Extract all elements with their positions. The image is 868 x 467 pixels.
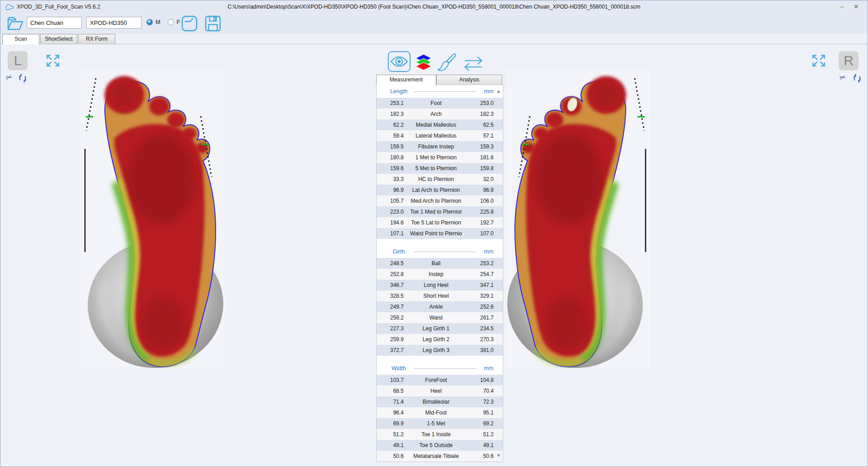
minimize-button[interactable]: –: [837, 3, 847, 11]
measurement-row[interactable]: 194.6Toe 5 Lat to Pternion192.7: [377, 217, 503, 228]
tab-analysis[interactable]: Analysis: [436, 75, 502, 85]
left-foot-value: 159.6: [377, 165, 404, 172]
tab-scan[interactable]: Scan: [2, 34, 39, 44]
measurement-row[interactable]: 258.2Waist261.7: [377, 312, 503, 323]
male-radio[interactable]: [146, 19, 153, 25]
measurement-row[interactable]: 62.2Medial Malleolus62.5: [377, 119, 503, 130]
view-mode-button[interactable]: [388, 51, 410, 72]
measure-label: Toe 5 Outside: [404, 442, 468, 448]
measurement-row[interactable]: 51.2Toe 1 Inside51.2: [377, 429, 503, 440]
measurement-row[interactable]: 372.7Leg Girth 3381.0: [377, 345, 503, 356]
right-foot-scan-view[interactable]: [506, 70, 651, 369]
measurement-row[interactable]: 182.3Arch182.3: [377, 109, 503, 119]
measure-label: Foot: [404, 100, 468, 106]
right-foot-value: 72.3: [468, 399, 494, 405]
section-divider-line: [414, 368, 476, 369]
brush-icon[interactable]: [437, 53, 457, 72]
scroll-up-arrow[interactable]: [497, 90, 500, 93]
measure-label: Waist Point to Pternio: [404, 230, 468, 237]
left-expand-icon[interactable]: [45, 53, 61, 68]
layers-icon[interactable]: [415, 54, 432, 71]
section-unit: mm: [481, 365, 496, 372]
left-rotate-icon[interactable]: [18, 74, 28, 83]
left-cut-icon[interactable]: ✂: [6, 73, 16, 82]
gender-radio-group: M F: [146, 19, 185, 25]
right-expand-icon[interactable]: [811, 53, 827, 68]
left-foot-value: 258.2: [377, 315, 404, 321]
right-rotate-icon[interactable]: [852, 74, 862, 83]
tab-underline: [0, 44, 868, 44]
measurement-row[interactable]: 328.5Short Heel329.1: [377, 291, 503, 301]
left-foot-scan-view[interactable]: [80, 70, 225, 369]
measurement-row[interactable]: 103.7ForeFoot104.8: [377, 375, 503, 386]
section-divider-line: [414, 252, 476, 252]
measurement-row[interactable]: 223.0Toe 1 Med to Pternior225.8: [377, 206, 503, 217]
left-foot-value: 71.4: [377, 399, 404, 405]
section-unit: mm: [481, 248, 496, 255]
scroll-down-arrow[interactable]: [497, 454, 500, 457]
measure-label: Toe 1 Med to Pternior: [404, 209, 468, 215]
female-radio[interactable]: [168, 19, 174, 25]
measurement-row[interactable]: 71.4Bimalleolar72.3: [377, 396, 503, 407]
measure-label: Lateral Malleolus: [404, 133, 468, 139]
measure-label: Leg Girth 1: [404, 325, 468, 332]
left-foot-value: 194.6: [377, 219, 404, 226]
measure-label: ForeFoot: [404, 377, 468, 383]
left-foot-button[interactable]: L: [8, 51, 28, 70]
measurement-row[interactable]: 259.9Leg Girth 2270.3: [377, 334, 503, 345]
measure-label: Metatarsale Tibiale: [404, 453, 468, 459]
measure-label: Short Heel: [404, 293, 468, 299]
device-model-input[interactable]: [86, 17, 142, 29]
tab-rx-form[interactable]: RX Form: [78, 34, 115, 44]
measure-label: Ankle: [404, 304, 468, 310]
measurement-row[interactable]: 68.5Heel70.4: [377, 386, 503, 396]
right-foot-value: 69.2: [468, 420, 494, 427]
measurement-row[interactable]: 346.7Long Heel347.1: [377, 280, 503, 291]
measurement-row[interactable]: 252.8Instep254.7: [377, 269, 503, 280]
right-foot-value: 329.1: [468, 293, 494, 299]
measurement-row[interactable]: 50.6Metatarsale Tibiale50.6: [377, 451, 503, 462]
section-unit: mm: [481, 88, 496, 95]
left-foot-value: 50.6: [377, 453, 404, 459]
app-window: XPOD_3D_Full_Foot_Scan V5.6.2 C:\Users\a…: [0, 0, 868, 467]
measurement-row[interactable]: 159.65 Met to Pternion159.8: [377, 163, 503, 174]
right-foot-value: 50.6: [468, 453, 494, 459]
tab-measurement[interactable]: Measurement: [376, 75, 436, 85]
measurement-row[interactable]: 33.3HC to Pternion32.0: [377, 174, 503, 185]
measurement-row[interactable]: 180.81 Met to Pternion181.6: [377, 152, 503, 163]
measurement-row[interactable]: 96.4Mid-Foot95.1: [377, 407, 503, 418]
measurement-row[interactable]: 69.91-5 Met69.2: [377, 418, 503, 429]
right-foot-value: 106.0: [468, 198, 494, 204]
measurement-row[interactable]: 107.1Waist Point to Pternio107.0: [377, 228, 503, 239]
measurement-row[interactable]: 227.3Leg Girth 1234.5: [377, 323, 503, 334]
left-foot-value: 69.9: [377, 420, 404, 427]
measurement-row[interactable]: 159.5Fibulare Instep159.3: [377, 141, 503, 152]
measurement-row[interactable]: 253.1Foot253.0: [377, 98, 503, 109]
right-foot-value: 381.0: [468, 347, 494, 353]
left-foot-value: 223.0: [377, 209, 404, 215]
right-cut-icon[interactable]: ✂: [840, 73, 849, 82]
left-foot-value: 33.3: [377, 176, 404, 182]
patient-name-input[interactable]: [27, 17, 82, 29]
measurement-row[interactable]: 248.5Ball253.2: [377, 258, 503, 269]
tab-shoeselect[interactable]: ShoeSelect: [40, 34, 77, 44]
open-folder-icon[interactable]: [7, 16, 24, 31]
right-foot-button[interactable]: R: [839, 51, 859, 70]
section-divider-line: [414, 91, 476, 92]
right-foot-value: 234.5: [468, 325, 494, 332]
measurement-row[interactable]: 49.1Toe 5 Outside49.1: [377, 440, 503, 451]
measure-label: Waist: [404, 315, 468, 321]
measure-label: 5 Met to Pternion: [404, 165, 468, 172]
swap-arrows-icon[interactable]: [462, 56, 484, 72]
measurement-row[interactable]: 105.7Med Arch to Pternion106.0: [377, 195, 503, 206]
measurement-row[interactable]: 59.4Lateral Malleolus57.1: [377, 130, 503, 141]
save-icon[interactable]: [205, 15, 221, 32]
new-scan-icon[interactable]: [181, 15, 198, 32]
right-foot-value: 49.1: [468, 442, 494, 448]
measurement-row[interactable]: 96.9Lat Arch to Pternion96.9: [377, 185, 503, 195]
left-foot-value: 96.9: [377, 187, 404, 193]
female-radio-label: F: [177, 19, 180, 25]
close-button[interactable]: ✕: [851, 3, 861, 11]
measure-label: Leg Girth 2: [404, 336, 468, 343]
measurement-row[interactable]: 249.7Ankle252.6: [377, 301, 503, 312]
